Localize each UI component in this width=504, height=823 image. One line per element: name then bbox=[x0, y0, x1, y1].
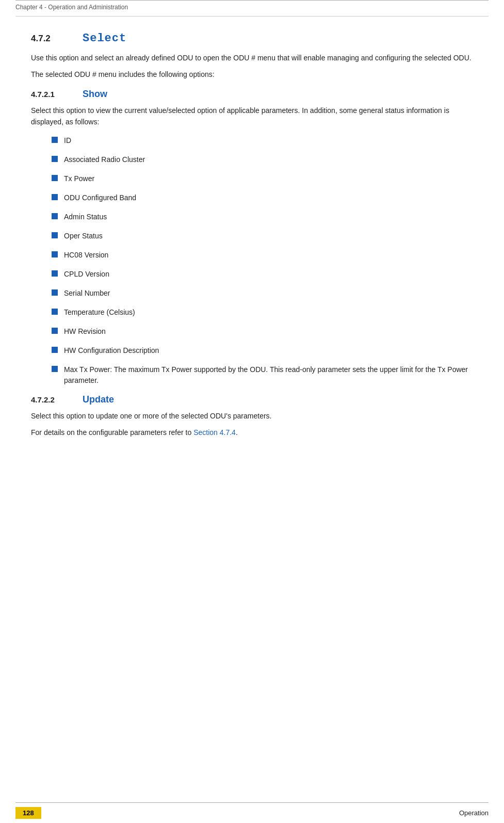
bullet-list: ID Associated Radio Cluster Tx Power ODU… bbox=[52, 135, 473, 386]
top-rule bbox=[15, 0, 489, 4]
section-4722-body1: Select this option to update one or more… bbox=[31, 410, 473, 422]
bullet-text: HW Configuration Description bbox=[64, 345, 159, 356]
list-item: Oper Status bbox=[52, 231, 473, 241]
section-472-body2: The selected ODU # menu includes the fol… bbox=[31, 69, 473, 80]
page-footer: 128 Operation bbox=[15, 802, 489, 823]
section-4722-body2: For details on the configurable paramete… bbox=[31, 427, 473, 438]
bullet-icon bbox=[52, 328, 58, 334]
list-item: Max Tx Power: The maximum Tx Power suppo… bbox=[52, 364, 473, 386]
list-item: ID bbox=[52, 135, 473, 146]
list-item: Serial Number bbox=[52, 288, 473, 299]
page-number-box: 128 bbox=[15, 807, 41, 819]
section-4722-body2-prefix: For details on the configurable paramete… bbox=[31, 428, 193, 437]
list-item: Associated Radio Cluster bbox=[52, 154, 473, 165]
bullet-text: Tx Power bbox=[64, 173, 94, 184]
chapter-header: Chapter 4 - Operation and Administration bbox=[15, 4, 489, 17]
bullet-icon bbox=[52, 270, 58, 277]
bullet-text: Serial Number bbox=[64, 288, 110, 299]
bullet-icon bbox=[52, 175, 58, 181]
bullet-text: Associated Radio Cluster bbox=[64, 154, 145, 165]
section-4721-body: Select this option to view the current v… bbox=[31, 105, 473, 128]
list-item: Admin Status bbox=[52, 212, 473, 222]
section-472-heading: 4.7.2 Select bbox=[31, 32, 473, 45]
list-item: HC08 Version bbox=[52, 250, 473, 261]
bullet-icon bbox=[52, 347, 58, 353]
bullet-icon bbox=[52, 194, 58, 200]
section-4722-link[interactable]: Section 4.7.4 bbox=[193, 428, 236, 437]
bullet-text: Max Tx Power: The maximum Tx Power suppo… bbox=[64, 364, 473, 386]
bullet-icon bbox=[52, 213, 58, 219]
section-472-number: 4.7.2 bbox=[31, 34, 72, 44]
bullet-text: HW Revision bbox=[64, 326, 106, 337]
list-item: HW Configuration Description bbox=[52, 345, 473, 356]
section-4721-heading: 4.7.2.1 Show bbox=[31, 89, 473, 100]
section-4722-number: 4.7.2.2 bbox=[31, 395, 72, 404]
section-4721-title: Show bbox=[83, 89, 107, 100]
bullet-text: Oper Status bbox=[64, 231, 103, 241]
list-item: HW Revision bbox=[52, 326, 473, 337]
section-4721-number: 4.7.2.1 bbox=[31, 90, 72, 99]
bullet-icon bbox=[52, 156, 58, 162]
list-item: Tx Power bbox=[52, 173, 473, 184]
main-content: 4.7.2 Select Use this option and select … bbox=[0, 17, 504, 802]
bullet-text: Temperature (Celsius) bbox=[64, 307, 135, 318]
list-item: CPLD Version bbox=[52, 269, 473, 280]
bullet-icon bbox=[52, 309, 58, 315]
bullet-icon bbox=[52, 366, 58, 372]
bullet-text: ID bbox=[64, 135, 71, 146]
list-item: Temperature (Celsius) bbox=[52, 307, 473, 318]
section-472-title: Select bbox=[83, 32, 126, 45]
chapter-header-text: Chapter 4 - Operation and Administration bbox=[15, 4, 128, 11]
bullet-icon bbox=[52, 251, 58, 257]
section-4722-title: Update bbox=[83, 394, 114, 405]
list-item: ODU Configured Band bbox=[52, 192, 473, 203]
bullet-icon bbox=[52, 137, 58, 143]
section-4722-body2-suffix: . bbox=[236, 428, 238, 437]
page-container: Chapter 4 - Operation and Administration… bbox=[0, 0, 504, 823]
section-472-body1: Use this option and select an already de… bbox=[31, 52, 473, 63]
bullet-icon bbox=[52, 232, 58, 238]
bullet-icon bbox=[52, 289, 58, 296]
bullet-text: Admin Status bbox=[64, 212, 107, 222]
bullet-text: HC08 Version bbox=[64, 250, 108, 261]
footer-right-text: Operation bbox=[459, 809, 489, 817]
bullet-text: ODU Configured Band bbox=[64, 192, 136, 203]
section-4722-heading: 4.7.2.2 Update bbox=[31, 394, 473, 405]
bullet-text: CPLD Version bbox=[64, 269, 109, 280]
